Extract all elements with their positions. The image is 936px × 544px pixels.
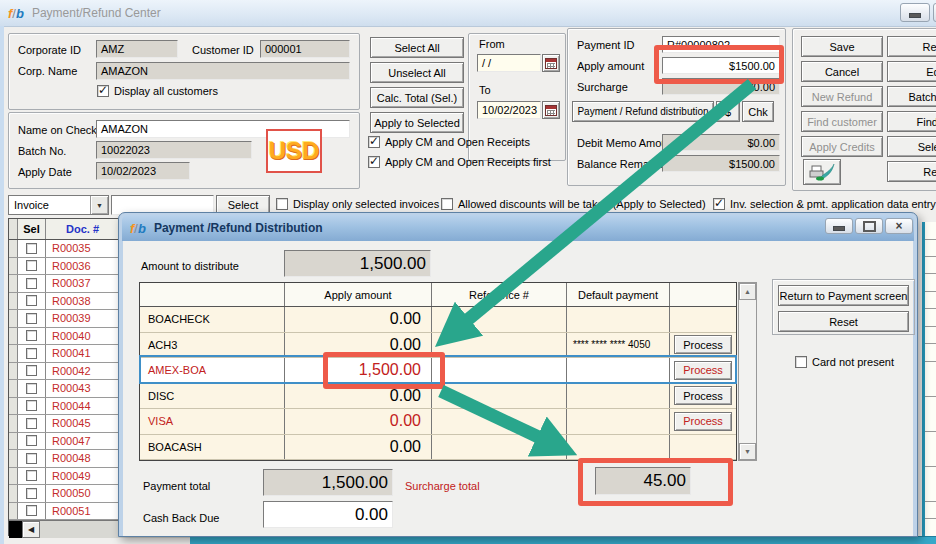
scroll-up-button[interactable]: ▲ bbox=[739, 283, 756, 300]
edit-button[interactable]: Ed bbox=[887, 61, 936, 82]
payment-id-field[interactable]: R#00000802 bbox=[662, 36, 780, 53]
row-select-checkbox[interactable] bbox=[26, 470, 37, 481]
apply-amount-cell[interactable]: 0.00 bbox=[285, 409, 432, 434]
card-not-present-checkbox[interactable] bbox=[795, 356, 807, 368]
scroll-down-button[interactable]: ▼ bbox=[739, 443, 756, 460]
apply-cm-first-checkbox[interactable] bbox=[368, 156, 380, 168]
dialog-titlebar[interactable]: f/b Payment /Refund Distribution bbox=[122, 215, 914, 241]
display-only-selected-checkbox[interactable] bbox=[276, 198, 288, 210]
row-indicator bbox=[9, 310, 18, 327]
doc-number[interactable]: R00035 bbox=[46, 240, 120, 257]
apply-amount-cell[interactable]: 0.00 bbox=[285, 333, 432, 358]
row-select-checkbox[interactable] bbox=[26, 278, 37, 289]
reset-button[interactable]: Reset bbox=[778, 311, 909, 332]
select-right-button[interactable]: Select bbox=[887, 136, 936, 157]
dialog-maximize-button[interactable] bbox=[855, 218, 883, 234]
apply-cm-checkbox[interactable] bbox=[368, 136, 380, 148]
apply-to-selected-button[interactable]: Apply to Selected bbox=[370, 112, 464, 133]
reference-cell[interactable] bbox=[432, 384, 567, 409]
row-select-checkbox[interactable] bbox=[26, 260, 37, 271]
row-select-checkbox[interactable] bbox=[26, 243, 37, 254]
process-button[interactable]: Process bbox=[674, 386, 732, 405]
distribution-table: Apply amount Reference # Default payment… bbox=[139, 282, 737, 461]
doc-number[interactable]: R00044 bbox=[46, 398, 120, 415]
invoice-type-combo[interactable]: Invoice ▼ bbox=[8, 195, 109, 215]
reference-cell[interactable] bbox=[432, 307, 567, 332]
row-select-checkbox[interactable] bbox=[26, 295, 37, 306]
dialog-logo-icon: f/b bbox=[130, 221, 146, 236]
row-select-checkbox[interactable] bbox=[26, 330, 37, 341]
cash-back-due-field[interactable]: 0.00 bbox=[263, 501, 393, 528]
cancel-button[interactable]: Cancel bbox=[801, 61, 883, 82]
print-check-button[interactable] bbox=[803, 159, 841, 185]
dollar-button[interactable]: $ bbox=[716, 101, 740, 122]
row-select-checkbox[interactable] bbox=[26, 418, 37, 429]
row-select-checkbox[interactable] bbox=[26, 453, 37, 464]
reference-cell[interactable] bbox=[432, 358, 567, 383]
row-select-checkbox[interactable] bbox=[26, 400, 37, 411]
find-customer-button[interactable]: Find customer bbox=[801, 111, 883, 132]
res-button[interactable]: Res bbox=[887, 161, 936, 182]
row-select-checkbox[interactable] bbox=[26, 365, 37, 376]
reference-cell[interactable] bbox=[432, 333, 567, 358]
doc-number[interactable]: R00038 bbox=[46, 293, 120, 310]
distribution-table-vscrollbar[interactable]: ▲ ▼ bbox=[738, 282, 757, 461]
scrollbar-thumb[interactable] bbox=[9, 521, 22, 538]
minimize-button[interactable] bbox=[900, 3, 930, 22]
row-select-checkbox[interactable] bbox=[26, 348, 37, 359]
doc-number[interactable]: R00045 bbox=[46, 415, 120, 432]
apply-amount-cell[interactable]: 1,500.00 bbox=[285, 358, 432, 383]
doc-number[interactable]: R00048 bbox=[46, 450, 120, 467]
unselect-all-button[interactable]: Unselect All bbox=[370, 62, 464, 83]
process-button[interactable]: Process bbox=[674, 361, 732, 380]
display-all-customers-checkbox[interactable] bbox=[97, 85, 109, 97]
process-button[interactable]: Process bbox=[674, 412, 732, 431]
process-button[interactable]: Process bbox=[674, 335, 732, 354]
dialog-minimize-button[interactable] bbox=[825, 218, 853, 234]
doc-number[interactable]: R00040 bbox=[46, 328, 120, 345]
doc-number[interactable]: R00037 bbox=[46, 275, 120, 292]
find-inv-button[interactable]: Find in bbox=[887, 111, 936, 132]
doc-number[interactable]: R00042 bbox=[46, 363, 120, 380]
batch-alloc-button[interactable]: Batch Allo bbox=[887, 86, 936, 107]
doc-number[interactable]: R00039 bbox=[46, 310, 120, 327]
scroll-left-button[interactable]: ◀ bbox=[22, 521, 40, 538]
payment-refund-distribution-button[interactable]: Payment / Refund distribution bbox=[572, 101, 714, 122]
reference-cell[interactable] bbox=[432, 435, 567, 460]
row-select-checkbox[interactable] bbox=[26, 505, 37, 516]
doc-number[interactable]: R00043 bbox=[46, 380, 120, 397]
chk-button[interactable]: Chk bbox=[742, 101, 774, 122]
inv-selection-checkbox[interactable] bbox=[713, 198, 725, 210]
apply-amount-cell[interactable]: 0.00 bbox=[285, 384, 432, 409]
save-button[interactable]: Save bbox=[801, 36, 883, 57]
row-select-checkbox[interactable] bbox=[26, 435, 37, 446]
doc-number[interactable]: R00050 bbox=[46, 485, 120, 502]
calc-total-button[interactable]: Calc. Total (Sel.) bbox=[370, 87, 464, 108]
return-to-payment-button[interactable]: Return to Payment screen bbox=[778, 285, 909, 306]
row-select-cell bbox=[18, 275, 46, 292]
doc-number[interactable]: R00047 bbox=[46, 433, 120, 450]
apply-amount-cell[interactable]: 0.00 bbox=[285, 307, 432, 332]
to-calendar-button[interactable] bbox=[542, 101, 560, 119]
apply-amount-cell[interactable]: 0.00 bbox=[285, 435, 432, 460]
apply-amount-field[interactable]: $1500.00 bbox=[662, 57, 780, 74]
select-all-button[interactable]: Select All bbox=[370, 37, 464, 58]
new-refund-button[interactable]: New Refund bbox=[801, 86, 883, 107]
doc-number[interactable]: R00049 bbox=[46, 468, 120, 485]
chevron-down-icon[interactable]: ▼ bbox=[90, 196, 108, 214]
reference-cell[interactable] bbox=[432, 409, 567, 434]
dialog-close-button[interactable]: × bbox=[885, 218, 913, 234]
to-date-field[interactable]: 10/02/2023 bbox=[477, 101, 541, 119]
doc-number[interactable]: R00036 bbox=[46, 258, 120, 275]
refresh-button[interactable]: Refr bbox=[887, 36, 936, 57]
row-select-checkbox[interactable] bbox=[26, 313, 37, 324]
row-select-checkbox[interactable] bbox=[26, 488, 37, 499]
row-select-checkbox[interactable] bbox=[26, 383, 37, 394]
doc-number[interactable]: R00051 bbox=[46, 503, 120, 520]
from-date-field[interactable]: / / bbox=[477, 54, 541, 72]
apply-cm-label: Apply CM and Open Receipts bbox=[385, 136, 530, 148]
doc-number[interactable]: R00041 bbox=[46, 345, 120, 362]
allowed-discounts-checkbox[interactable] bbox=[441, 198, 453, 210]
from-calendar-button[interactable] bbox=[542, 54, 560, 72]
apply-credits-button[interactable]: Apply Credits bbox=[801, 136, 883, 157]
